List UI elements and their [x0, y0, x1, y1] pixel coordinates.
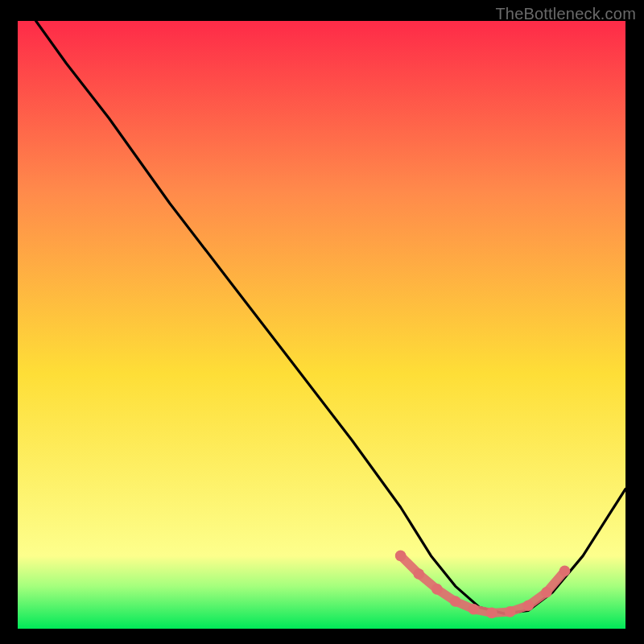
chart-area	[18, 21, 625, 629]
optimal-point	[522, 601, 534, 612]
chart-svg	[18, 21, 625, 629]
watermark-label: TheBottleneck.com	[495, 5, 636, 23]
optimal-point	[469, 604, 480, 615]
optimal-point	[450, 596, 461, 607]
optimal-point	[541, 587, 552, 598]
gradient-rect	[18, 21, 625, 629]
optimal-point	[414, 568, 425, 580]
optimal-point	[395, 551, 407, 562]
optimal-point	[559, 566, 571, 577]
optimal-point	[505, 606, 516, 617]
optimal-point	[486, 608, 497, 619]
optimal-point	[431, 584, 443, 595]
page-root: TheBottleneck.com	[0, 0, 644, 644]
